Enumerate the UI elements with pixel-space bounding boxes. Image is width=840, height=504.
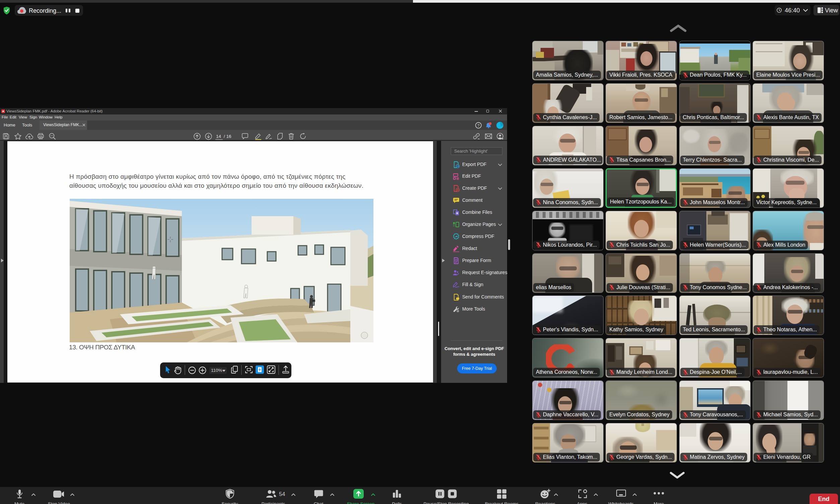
svg-text:?: ? [477,124,479,127]
